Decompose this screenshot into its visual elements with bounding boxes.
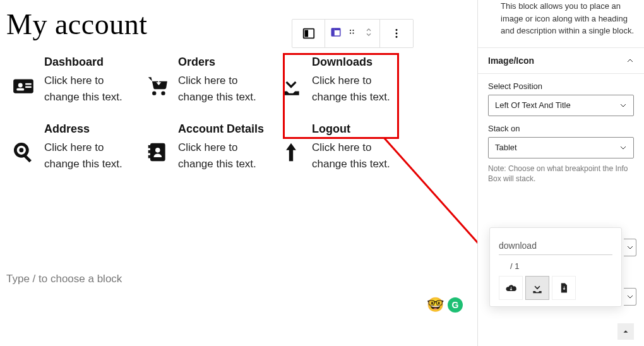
columns-button[interactable] bbox=[292, 20, 325, 47]
info-box-orders[interactable]: Orders Click here to change this text. bbox=[144, 56, 273, 106]
icon-result-count: / 1 bbox=[510, 261, 612, 271]
chevron-down-icon bbox=[619, 144, 627, 152]
drag-handle-icon[interactable] bbox=[347, 27, 358, 40]
icon-option-download[interactable] bbox=[525, 276, 549, 300]
block-toolbar bbox=[292, 19, 414, 48]
grammarly-icon[interactable]: G bbox=[448, 297, 463, 313]
block-description: This block allows you to place an image … bbox=[478, 0, 644, 47]
info-box-dashboard[interactable]: Dashboard Click here to change this text… bbox=[10, 56, 139, 106]
info-box-title: Account Details bbox=[178, 122, 273, 136]
info-box-address[interactable]: Address Click here to change this text. bbox=[10, 122, 139, 173]
info-box-desc: Click here to change this text. bbox=[44, 73, 139, 106]
address-book-icon bbox=[144, 139, 170, 165]
info-box-title: Address bbox=[44, 122, 139, 136]
caret-up-button[interactable] bbox=[617, 323, 634, 340]
stack-select[interactable]: Tablet bbox=[488, 137, 634, 158]
info-box-grid: Dashboard Click here to change this text… bbox=[10, 56, 407, 172]
hidden-select-1[interactable] bbox=[624, 239, 636, 256]
toolbar-group bbox=[325, 20, 380, 47]
hidden-select-2[interactable] bbox=[624, 288, 636, 306]
info-box-desc: Click here to change this text. bbox=[312, 73, 407, 106]
icon-option-cloud-download[interactable] bbox=[499, 276, 523, 300]
block-placeholder[interactable]: Type / to choose a block bbox=[6, 273, 122, 285]
icon-search-input[interactable] bbox=[499, 237, 612, 255]
info-box-title: Logout bbox=[312, 122, 407, 136]
info-box-desc: Click here to change this text. bbox=[44, 140, 139, 173]
map-pin-search-icon bbox=[10, 139, 37, 165]
info-box-downloads[interactable]: Downloads Click here to change this text… bbox=[278, 56, 407, 106]
stack-note: Note: Choose on what breakpoint the Info… bbox=[478, 158, 644, 193]
chevron-up-icon bbox=[626, 57, 634, 64]
stack-value: Tablet bbox=[495, 143, 517, 152]
download-icon bbox=[278, 72, 304, 98]
info-box-desc: Click here to change this text. bbox=[178, 140, 273, 173]
layout-icon[interactable] bbox=[330, 27, 342, 40]
position-select[interactable]: Left Of Text And Title bbox=[488, 95, 634, 116]
stack-label: Stack on bbox=[488, 124, 634, 133]
position-label: Select Position bbox=[488, 81, 634, 91]
more-options-button[interactable] bbox=[380, 20, 413, 47]
cart-down-icon bbox=[144, 72, 170, 98]
emoji-nerd-icon[interactable]: 🤓 bbox=[427, 297, 444, 313]
info-box-logout[interactable]: Logout Click here to change this text. bbox=[278, 122, 407, 173]
info-box-desc: Click here to change this text. bbox=[178, 73, 273, 106]
chevron-down-icon bbox=[619, 102, 627, 109]
position-value: Left Of Text And Title bbox=[495, 100, 571, 110]
id-card-icon bbox=[10, 72, 37, 98]
panel-title: Image/Icon bbox=[488, 56, 534, 66]
info-box-desc: Click here to change this text. bbox=[312, 140, 407, 173]
icon-option-file-download[interactable] bbox=[552, 276, 576, 300]
panel-image-icon[interactable]: Image/Icon bbox=[478, 47, 644, 74]
info-box-title: Dashboard bbox=[44, 56, 139, 69]
info-box-title: Downloads bbox=[312, 56, 407, 69]
move-updown-icon[interactable] bbox=[363, 27, 374, 40]
info-box-account-details[interactable]: Account Details Click here to change thi… bbox=[144, 122, 273, 173]
arrow-up-icon bbox=[278, 139, 304, 165]
icon-picker-popover: / 1 bbox=[489, 227, 622, 307]
info-box-title: Orders bbox=[178, 56, 273, 69]
